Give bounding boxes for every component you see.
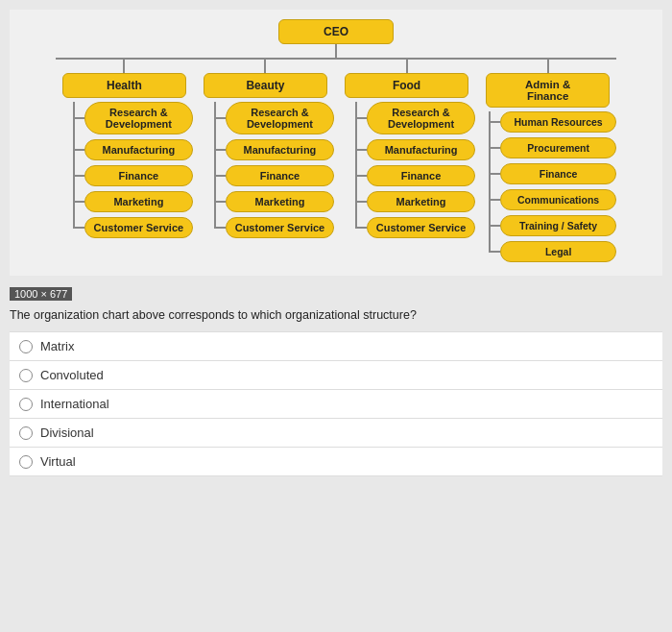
child-box: Research &Development (226, 102, 334, 134)
child-box: Marketing (226, 191, 334, 212)
list-item: Marketing (355, 191, 475, 212)
list-item: Customer Service (214, 217, 334, 238)
list-item: Research &Development (214, 102, 334, 134)
child-box: Manufacturing (84, 139, 193, 160)
child-box: Customer Service (367, 217, 475, 238)
list-item: Marketing (214, 191, 334, 212)
ceo-vline-inner (335, 44, 337, 58)
beauty-vline (264, 60, 266, 73)
list-item: Finance (355, 165, 475, 186)
admin-header: Admin &Finance (486, 73, 610, 108)
option-matrix[interactable]: Matrix (10, 331, 662, 361)
health-children: Research &Development Manufacturing Fina… (56, 102, 193, 238)
child-box: Procurement (500, 137, 616, 158)
admin-children-vline (489, 111, 491, 252)
admin-top: Admin &Finance (479, 60, 616, 108)
option-convoluted-label: Convoluted (40, 368, 104, 382)
health-header: Health (62, 73, 186, 98)
child-box: Legal (500, 241, 616, 262)
option-virtual[interactable]: Virtual (10, 448, 662, 476)
list-item: Research &Development (355, 102, 475, 134)
list-item: Finance (73, 165, 193, 186)
list-item: Human Resources (489, 111, 616, 133)
list-item: Finance (489, 163, 616, 184)
divisions-row: Health Research &Development Manufacturi… (56, 60, 616, 262)
child-box: Marketing (84, 191, 193, 212)
child-box: Marketing (367, 191, 475, 212)
beauty-header: Beauty (204, 73, 327, 98)
child-box: Finance (84, 165, 193, 186)
list-item: Training / Safety (489, 215, 616, 236)
option-divisional[interactable]: Divisional (10, 419, 662, 448)
list-item: Finance (214, 165, 334, 186)
radio-divisional[interactable] (19, 426, 33, 440)
option-divisional-label: Divisional (40, 425, 94, 440)
image-size-container: 1000 × 677 (10, 281, 662, 304)
admin-vline (547, 60, 549, 73)
health-top: Health (56, 60, 193, 98)
food-top: Food (338, 60, 475, 98)
child-box: Human Resources (500, 111, 616, 133)
list-item: Communications (489, 189, 616, 210)
division-food: Food Research &Development Manufacturing (338, 60, 475, 262)
options-list: Matrix Convoluted International Division… (10, 331, 662, 476)
child-box: Finance (226, 165, 334, 186)
food-header: Food (345, 73, 468, 98)
food-children-vline (355, 102, 357, 228)
child-box: Manufacturing (367, 139, 475, 160)
radio-virtual[interactable] (19, 455, 33, 469)
division-admin: Admin &Finance Human Resources Procureme… (479, 60, 616, 262)
list-item: Customer Service (355, 217, 475, 238)
ceo-row: CEO (17, 19, 655, 44)
list-item: Customer Service (73, 217, 193, 238)
option-international[interactable]: International (10, 390, 662, 419)
option-international-label: International (40, 397, 109, 411)
list-item: Research &Development (73, 102, 193, 134)
list-item: Procurement (489, 137, 616, 158)
radio-matrix[interactable] (19, 340, 33, 353)
child-box: Research &Development (84, 102, 193, 134)
org-chart: CEO Health Research &Develop (10, 10, 662, 276)
health-children-vline (73, 102, 75, 228)
question-text: The organization chart above corresponds… (10, 308, 662, 322)
list-item: Manufacturing (355, 139, 475, 160)
radio-convoluted[interactable] (19, 369, 33, 382)
child-box: Customer Service (84, 217, 193, 238)
child-box: Manufacturing (226, 139, 334, 160)
child-box: Communications (500, 189, 616, 210)
list-item: Manufacturing (73, 139, 193, 160)
image-size-label: 1000 × 677 (10, 287, 72, 301)
ceo-box: CEO (278, 19, 394, 44)
child-box: Finance (500, 163, 616, 184)
child-box: Customer Service (226, 217, 334, 238)
list-item: Manufacturing (214, 139, 334, 160)
food-children: Research &Development Manufacturing Fina… (338, 102, 475, 238)
option-convoluted[interactable]: Convoluted (10, 361, 662, 390)
page-container: ✕ ‹ › CEO Health (0, 0, 672, 486)
beauty-children-vline (214, 102, 216, 228)
child-box: Research &Development (367, 102, 475, 134)
child-box: Finance (367, 165, 475, 186)
beauty-children: Research &Development Manufacturing Fina… (197, 102, 334, 238)
list-item: Marketing (73, 191, 193, 212)
admin-children: Human Resources Procurement Finance Comm… (479, 111, 616, 262)
health-vline (123, 60, 125, 73)
list-item: Legal (489, 241, 616, 262)
ceo-vline (17, 44, 655, 58)
option-matrix-label: Matrix (40, 339, 74, 353)
child-box: Training / Safety (500, 215, 616, 236)
division-health: Health Research &Development Manufacturi… (56, 60, 193, 262)
division-beauty: Beauty Research &Development Manufacturi… (197, 60, 334, 262)
radio-international[interactable] (19, 398, 33, 411)
beauty-top: Beauty (197, 60, 334, 98)
food-vline (406, 60, 408, 73)
option-virtual-label: Virtual (40, 454, 76, 469)
